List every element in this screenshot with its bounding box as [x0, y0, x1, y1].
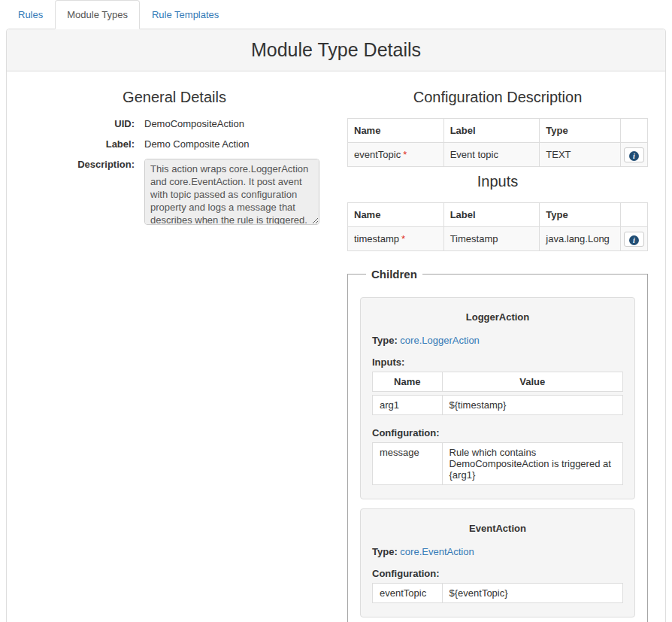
col-header-info: [620, 203, 647, 227]
info-button[interactable]: [624, 232, 644, 247]
cell-info: [620, 143, 647, 167]
configuration-sub-label: Configuration:: [372, 427, 623, 438]
cell-type: java.lang.Long: [540, 227, 621, 251]
type-label: Type:: [372, 546, 398, 557]
required-asterisk: *: [403, 149, 407, 160]
child-module-logger-action: LoggerAction Type: core.LoggerAction Inp…: [360, 297, 635, 499]
label-row: Label: Demo Composite Action: [24, 138, 325, 150]
right-column: Configuration Description Name Label Typ…: [347, 83, 648, 622]
col-header-name: Name: [348, 119, 444, 143]
child-configuration-table: message Rule which contains DemoComposit…: [372, 439, 623, 488]
child-module-title: LoggerAction: [372, 311, 623, 323]
col-header-type: Type: [540, 119, 621, 143]
table-header-row: Name Value: [372, 372, 623, 392]
configuration-sub-label: Configuration:: [372, 568, 623, 579]
col-header-info: [620, 119, 647, 143]
child-module-event-action: EventAction Type: core.EventAction Confi…: [360, 508, 635, 617]
page-title: Module Type Details: [7, 29, 665, 71]
type-label: Type:: [372, 335, 398, 346]
cell-label: Event topic: [443, 143, 540, 167]
config-param-name: eventTopic: [354, 149, 401, 160]
module-type-link[interactable]: core.EventAction: [400, 546, 474, 557]
description-textarea[interactable]: This action wraps core.LoggerAction and …: [144, 159, 319, 225]
table-row: timestamp* Timestamp java.lang.Long: [348, 227, 648, 251]
module-type-link[interactable]: core.LoggerAction: [400, 335, 480, 346]
table-header-row: Name Label Type: [348, 203, 648, 227]
type-line: Type: core.EventAction: [372, 546, 623, 557]
cell-info: [620, 227, 647, 251]
input-param-name: timestamp: [354, 233, 399, 244]
cell-name: eventTopic: [372, 583, 443, 603]
cell-label: Timestamp: [443, 227, 540, 251]
cell-name: timestamp*: [348, 227, 444, 251]
description-row: Description: This action wraps core.Logg…: [24, 159, 325, 225]
uid-row: UID: DemoCompositeAction: [24, 118, 325, 129]
cell-name: message: [372, 442, 443, 485]
col-header-value: Value: [443, 372, 623, 392]
configuration-description-table: Name Label Type eventTopic* Event topic: [347, 118, 648, 167]
cell-value: Rule which contains DemoCompositeAction …: [443, 442, 623, 485]
tab-module-types[interactable]: Module Types: [55, 0, 140, 29]
info-button[interactable]: [624, 147, 644, 162]
tab-rules[interactable]: Rules: [6, 0, 55, 29]
configuration-description-title: Configuration Description: [347, 89, 648, 106]
label-label: Label:: [24, 138, 144, 150]
inputs-sub-label: Inputs:: [372, 357, 623, 368]
inputs-title: Inputs: [347, 173, 648, 190]
info-icon: [629, 151, 639, 161]
cell-type: TEXT: [540, 143, 621, 167]
table-header-row: Name Label Type: [348, 119, 648, 143]
children-fieldset: Children LoggerAction Type: core.LoggerA…: [347, 268, 648, 622]
table-row: eventTopic* Event topic TEXT: [348, 143, 648, 167]
table-row: eventTopic ${eventTopic}: [372, 583, 623, 603]
uid-label: UID:: [24, 118, 144, 129]
table-row: message Rule which contains DemoComposit…: [372, 442, 623, 485]
table-row: arg1 ${timestamp}: [372, 395, 623, 415]
children-legend: Children: [366, 268, 422, 281]
col-header-name: Name: [348, 203, 444, 227]
tab-rule-templates[interactable]: Rule Templates: [140, 0, 231, 29]
label-value: Demo Composite Action: [144, 138, 249, 150]
module-type-details-panel: Module Type Details General Details UID:…: [6, 29, 666, 622]
cell-name: eventTopic*: [348, 143, 444, 167]
col-header-label: Label: [443, 203, 540, 227]
child-module-title: EventAction: [372, 523, 623, 534]
general-details-section: General Details UID: DemoCompositeAction…: [24, 83, 325, 234]
panel-body: General Details UID: DemoCompositeAction…: [7, 71, 665, 622]
general-details-title: General Details: [24, 89, 325, 106]
inputs-table: Name Label Type timestamp* Timestamp: [347, 202, 648, 251]
type-line: Type: core.LoggerAction: [372, 335, 623, 346]
cell-value: ${timestamp}: [443, 395, 623, 415]
required-asterisk: *: [401, 233, 405, 244]
col-header-name: Name: [372, 372, 443, 392]
uid-value: DemoCompositeAction: [144, 118, 244, 129]
cell-name: arg1: [372, 395, 443, 415]
col-header-label: Label: [443, 119, 540, 143]
col-header-type: Type: [540, 203, 621, 227]
info-icon: [629, 235, 639, 245]
cell-value: ${eventTopic}: [443, 583, 623, 603]
tab-bar: Rules Module Types Rule Templates: [0, 0, 672, 29]
child-inputs-table: Name Value arg1 ${timestamp}: [372, 369, 623, 418]
description-label: Description:: [24, 159, 144, 170]
child-configuration-table: eventTopic ${eventTopic}: [372, 580, 623, 606]
